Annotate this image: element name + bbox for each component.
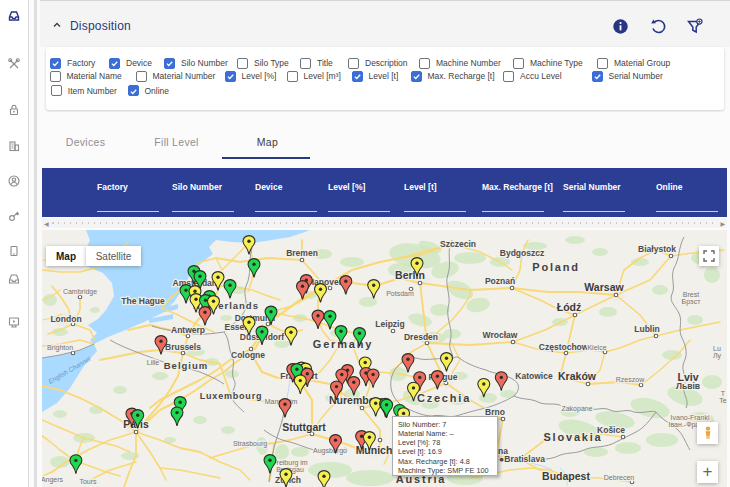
- svg-text:Szczecin: Szczecin: [440, 239, 476, 249]
- svg-text:Cologne: Cologne: [231, 350, 265, 360]
- svg-text:Warsaw: Warsaw: [584, 281, 624, 293]
- svg-text:Budapest: Budapest: [542, 470, 590, 482]
- svg-text:Kielce: Kielce: [587, 344, 606, 351]
- svg-text:Rzeszow: Rzeszow: [616, 376, 645, 383]
- svg-text:Лу: Лу: [713, 352, 722, 360]
- svg-text:Ivano-Franki: Ivano-Franki: [671, 414, 710, 421]
- svg-text:Debrecen: Debrecen: [604, 474, 634, 481]
- svg-text:Brussels: Brussels: [165, 342, 201, 352]
- svg-text:Slovakia: Slovakia: [543, 431, 602, 443]
- svg-text:Brighton: Brighton: [47, 344, 73, 352]
- svg-text:T: T: [721, 390, 726, 397]
- svg-text:Брэст: Брэст: [682, 298, 702, 306]
- svg-text:Katowice: Katowice: [515, 371, 553, 381]
- svg-text:Berlin: Berlin: [395, 269, 425, 281]
- svg-text:Dresden: Dresden: [404, 332, 438, 342]
- svg-text:Poland: Poland: [532, 261, 579, 273]
- svg-text:Germany: Germany: [313, 338, 373, 350]
- svg-text:●Bratislava: ●Bratislava: [499, 454, 545, 464]
- svg-text:Poznań: Poznań: [485, 276, 515, 286]
- svg-text:Львів: Львів: [676, 381, 700, 391]
- svg-text:Antwerp: Antwerp: [171, 325, 205, 335]
- svg-text:Białystok: Białystok: [638, 244, 676, 254]
- svg-text:Lille: Lille: [147, 359, 160, 366]
- svg-text:Cambridge: Cambridge: [63, 288, 97, 296]
- svg-text:Czechia: Czechia: [417, 392, 471, 404]
- svg-text:Košice: Košice: [597, 425, 625, 435]
- svg-text:London: London: [50, 314, 81, 324]
- svg-text:Lublin: Lublin: [634, 324, 660, 334]
- svg-text:Luxembourg: Luxembourg: [200, 391, 263, 401]
- svg-text:Wrocław: Wrocław: [483, 330, 518, 340]
- svg-text:Bydgoszcz: Bydgoszcz: [500, 248, 544, 258]
- svg-text:Te: Te: [719, 397, 727, 404]
- svg-text:Tours: Tours: [79, 478, 97, 485]
- svg-text:Brest: Brest: [683, 291, 699, 298]
- svg-text:Belgium: Belgium: [164, 360, 208, 371]
- svg-text:Augsburgo: Augsburgo: [313, 447, 347, 455]
- svg-text:Stuttgart: Stuttgart: [282, 421, 326, 433]
- svg-text:Kraków: Kraków: [558, 370, 597, 382]
- svg-text:Łódź: Łódź: [557, 301, 582, 313]
- svg-text:Częstochowa: Częstochowa: [539, 342, 594, 352]
- svg-text:Strasbourg: Strasbourg: [233, 440, 267, 448]
- svg-text:Angers: Angers: [42, 476, 64, 484]
- svg-text:Zakopane: Zakopane: [561, 405, 592, 413]
- svg-text:Potsdam: Potsdam: [386, 290, 414, 297]
- svg-text:The Hague: The Hague: [121, 296, 165, 306]
- svg-text:Bremen: Bremen: [286, 248, 318, 258]
- svg-text:Lu: Lu: [713, 345, 721, 352]
- svg-text:Leipzig: Leipzig: [375, 319, 404, 329]
